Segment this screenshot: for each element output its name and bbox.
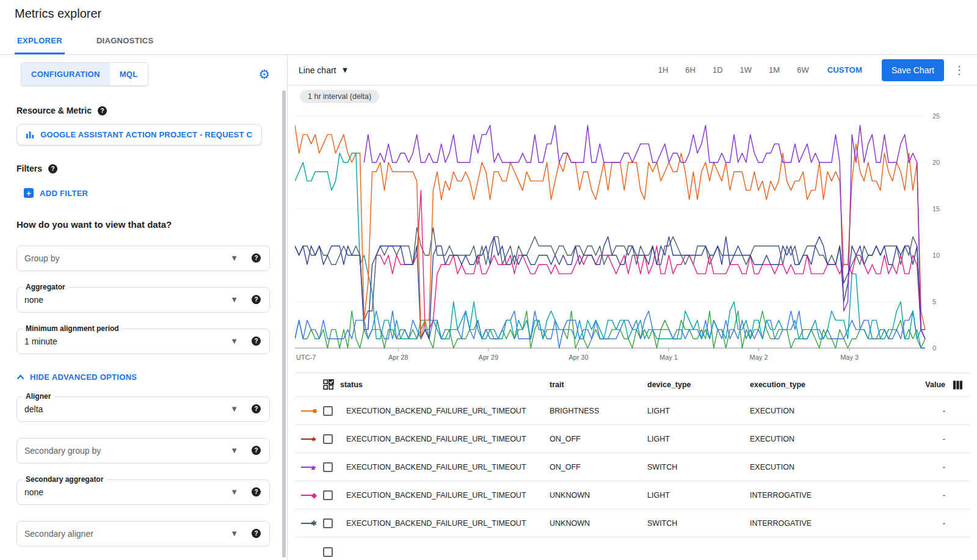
execution-type-cell: INTERROGATIVE: [750, 491, 913, 500]
range-1d[interactable]: 1D: [713, 65, 723, 75]
column-selector-icon[interactable]: [953, 380, 963, 390]
min-alignment-period-select[interactable]: Minimum alignment period 1 minute ▼ ?: [16, 329, 270, 354]
chevron-down-icon: ▼: [341, 65, 349, 75]
chart-area: 1 hr interval (delta) 0510152025Apr 28Ap…: [288, 85, 977, 366]
panel-scrollbar[interactable]: [282, 90, 286, 558]
execution-type-cell: EXECUTION: [750, 435, 913, 443]
status-cell: EXECUTION_BACKEND_FAILURE_URL_TIMEOUT: [346, 491, 550, 500]
chevron-down-icon: ▼: [230, 295, 238, 304]
help-icon[interactable]: ?: [252, 446, 261, 455]
range-1w[interactable]: 1W: [740, 65, 752, 75]
bar-chart-icon: [26, 130, 34, 139]
tab-diagnostics[interactable]: DIAGNOSTICS: [94, 27, 156, 54]
help-icon[interactable]: ?: [252, 487, 261, 496]
row-checkbox[interactable]: [323, 462, 333, 472]
svg-text:May 1: May 1: [659, 354, 678, 361]
row-checkbox[interactable]: [323, 434, 333, 444]
svg-text:May 3: May 3: [840, 354, 859, 361]
interval-badge: 1 hr interval (delta): [300, 90, 379, 103]
value-cell: -: [913, 435, 945, 443]
chart-panel: Line chart ▼ 1H 6H 1D 1W 1M 6W CUSTOM Sa…: [288, 55, 977, 560]
table-header: status trait device_type execution_type …: [295, 373, 970, 396]
device-type-cell: LIGHT: [647, 435, 750, 443]
metrics-line-chart[interactable]: 0510152025Apr 28Apr 29Apr 30May 1May 2Ma…: [295, 107, 954, 364]
tab-explorer[interactable]: EXPLORER: [15, 27, 65, 54]
series-marker: ★: [301, 435, 317, 443]
settings-gear-icon[interactable]: ⚙: [258, 68, 270, 81]
chart-type-select[interactable]: Line chart ▼: [299, 65, 349, 75]
view-data-question: How do you want to view that data?: [16, 219, 270, 230]
range-1h[interactable]: 1H: [658, 65, 669, 75]
series-marker: ✱: [301, 519, 317, 528]
metrics-explorer-app: Metrics explorer EXPLORER DIAGNOSTICS CO…: [0, 0, 977, 560]
secondary-aggregator-select[interactable]: Secondary aggregator none ▼ ?: [16, 479, 270, 505]
chevron-down-icon: ▼: [230, 404, 238, 413]
help-icon[interactable]: ?: [252, 253, 261, 263]
trait-cell: BRIGHTNESS: [550, 407, 647, 415]
trait-cell: UNKNOWN: [550, 491, 647, 500]
hide-advanced-options-toggle[interactable]: HIDE ADVANCED OPTIONS: [16, 373, 270, 382]
secondary-aligner-select[interactable]: Secondary aligner ▼ ?: [16, 521, 270, 547]
toggle-configuration[interactable]: CONFIGURATION: [21, 63, 110, 85]
svg-text:Apr 30: Apr 30: [568, 354, 588, 361]
add-filter-button[interactable]: + ADD FILTER: [24, 188, 88, 198]
value-cell: -: [913, 407, 945, 415]
svg-text:UTC-7: UTC-7: [296, 354, 316, 361]
row-checkbox[interactable]: [323, 547, 333, 557]
row-checkbox[interactable]: [323, 518, 333, 528]
col-device-type: device_type: [647, 380, 750, 389]
filters-heading: Filters ?: [16, 164, 270, 173]
chevron-down-icon: ▼: [230, 253, 238, 263]
help-icon[interactable]: ?: [252, 336, 261, 346]
series-marker: ◆: [301, 491, 317, 500]
help-icon[interactable]: ?: [252, 404, 261, 413]
aligner-select[interactable]: Aligner delta ▼ ?: [16, 396, 270, 422]
table-row: ◆ EXECUTION_BACKEND_FAILURE_URL_TIMEOUT …: [295, 481, 970, 509]
col-trait: trait: [550, 380, 647, 389]
range-custom[interactable]: CUSTOM: [827, 65, 862, 75]
row-checkbox[interactable]: [323, 406, 333, 416]
config-mql-toggle: CONFIGURATION MQL: [21, 62, 148, 86]
resource-metric-chip[interactable]: GOOGLE ASSISTANT ACTION PROJECT - REQUES…: [16, 124, 262, 145]
range-6w[interactable]: 6W: [797, 65, 809, 75]
range-6h[interactable]: 6H: [685, 65, 696, 75]
chevron-down-icon: ▼: [230, 336, 238, 346]
help-icon[interactable]: ?: [48, 164, 57, 173]
trait-cell: ON_OFF: [550, 435, 647, 443]
page-title: Metrics explorer: [15, 7, 101, 21]
chart-toolbar: Line chart ▼ 1H 6H 1D 1W 1M 6W CUSTOM Sa…: [288, 55, 977, 85]
help-icon[interactable]: ?: [252, 529, 261, 538]
svg-text:Apr 29: Apr 29: [479, 354, 498, 361]
group-by-select[interactable]: Group by ▼ ?: [16, 245, 270, 271]
device-type-cell: LIGHT: [647, 407, 750, 415]
series-table: status trait device_type execution_type …: [295, 373, 970, 560]
execution-type-cell: EXECUTION: [750, 407, 913, 415]
row-checkbox[interactable]: [323, 490, 333, 500]
toggle-mql[interactable]: MQL: [110, 63, 148, 85]
svg-text:5: 5: [932, 298, 936, 305]
app-header: Metrics explorer: [0, 0, 977, 27]
svg-text:Apr 28: Apr 28: [388, 354, 408, 361]
save-chart-button[interactable]: Save Chart: [882, 59, 944, 81]
more-options-kebab-icon[interactable]: ⋮: [954, 64, 965, 77]
device-type-cell: SWITCH: [647, 519, 750, 528]
value-cell: -: [913, 519, 945, 528]
secondary-group-by-select[interactable]: Secondary group by ▼ ?: [16, 438, 270, 464]
execution-type-cell: INTERROGATIVE: [750, 519, 913, 528]
col-value: Value: [913, 380, 945, 389]
help-icon[interactable]: ?: [252, 295, 261, 304]
help-icon[interactable]: ?: [98, 106, 107, 115]
select-all-grid-icon[interactable]: [323, 379, 334, 390]
svg-text:10: 10: [932, 252, 940, 259]
aggregator-select[interactable]: Aggregator none ▼ ?: [16, 287, 270, 313]
table-row: ✱ EXECUTION_BACKEND_FAILURE_URL_TIMEOUT …: [295, 509, 970, 537]
chevron-down-icon: ▼: [230, 487, 238, 496]
col-execution-type: execution_type: [750, 380, 913, 389]
value-cell: -: [913, 491, 945, 500]
value-cell: -: [913, 463, 945, 471]
status-cell: EXECUTION_BACKEND_FAILURE_URL_TIMEOUT: [346, 407, 550, 415]
col-status: status: [340, 380, 363, 389]
range-1m[interactable]: 1M: [769, 65, 780, 75]
device-type-cell: LIGHT: [647, 491, 750, 500]
table-row-partial: [295, 537, 970, 560]
